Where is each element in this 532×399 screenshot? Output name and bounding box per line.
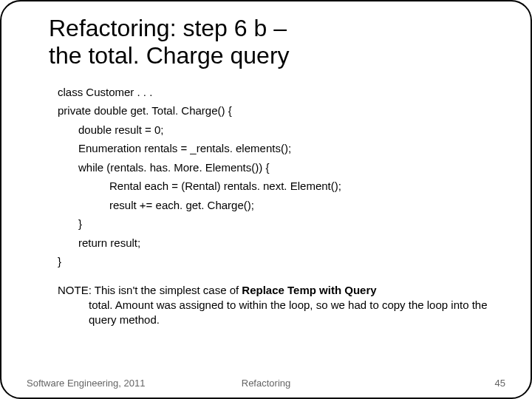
code-line: private double get. Total. Charge() {	[58, 101, 501, 120]
code-line: }	[58, 252, 501, 271]
title-line-1: Refactoring: step 6 b –	[49, 15, 287, 41]
slide-frame: Refactoring: step 6 b – the total. Charg…	[0, 0, 532, 399]
code-block: class Customer . . . private double get.…	[58, 83, 501, 271]
code-line: return result;	[78, 233, 501, 253]
note-bold: Replace Temp with Query	[242, 284, 376, 296]
code-line: Enumeration rentals = _rentals. elements…	[78, 139, 501, 158]
code-line: result += each. get. Charge();	[109, 196, 501, 215]
note-body: total. Amount was assigned to within the…	[89, 298, 501, 328]
note-prefix: NOTE: This isn't the simplest case of	[58, 284, 242, 296]
code-line: Rental each = (Rental) rentals. next. El…	[109, 177, 501, 196]
note-block: NOTE: This isn't the simplest case of Re…	[58, 283, 501, 328]
title-line-2: the total. Charge query	[49, 42, 290, 69]
slide-footer: Software Engineering, 2011 Refactoring 4…	[1, 378, 531, 389]
code-line: double result = 0;	[78, 120, 501, 140]
footer-page-number: 45	[495, 378, 505, 389]
slide-title: Refactoring: step 6 b – the total. Charg…	[49, 15, 501, 69]
code-line: }	[78, 214, 501, 233]
code-line: class Customer . . .	[58, 83, 501, 102]
code-line: while (rentals. has. More. Elements()) {	[78, 158, 501, 177]
footer-left: Software Engineering, 2011	[27, 378, 145, 389]
